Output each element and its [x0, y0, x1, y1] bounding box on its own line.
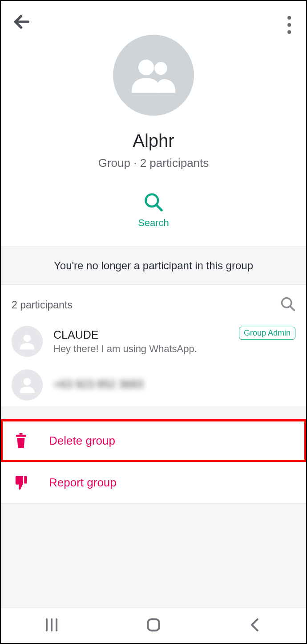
thumbs-down-icon [14, 475, 28, 490]
group-avatar[interactable] [113, 35, 194, 116]
participants-count: 2 participants [12, 299, 73, 311]
group-subtitle: Group · 2 participants [98, 156, 209, 170]
recents-button[interactable] [30, 612, 73, 640]
empty-area [1, 504, 306, 608]
person-icon [17, 332, 37, 351]
svg-rect-8 [16, 435, 26, 437]
svg-point-0 [138, 60, 154, 75]
participation-notice: You're no longer a participant in this g… [1, 247, 306, 284]
recents-icon [43, 616, 60, 633]
system-navbar [1, 608, 306, 643]
svg-point-1 [154, 62, 167, 75]
dots-vertical-icon [287, 16, 291, 20]
home-icon [145, 616, 162, 633]
arrow-left-icon [13, 13, 30, 30]
participant-status: Hey there! I am using WhatsApp. [53, 343, 228, 355]
svg-point-7 [24, 378, 31, 385]
delete-group-button[interactable]: Delete group [1, 420, 306, 462]
search-icon [280, 296, 295, 312]
chevron-left-icon [247, 616, 264, 633]
svg-rect-14 [148, 619, 159, 630]
search-icon [144, 192, 163, 212]
admin-badge: Group Admin [239, 327, 295, 340]
search-label: Search [138, 217, 169, 229]
svg-rect-9 [19, 433, 22, 435]
group-icon [129, 56, 178, 95]
svg-point-6 [24, 334, 31, 342]
action-label: Report group [49, 476, 117, 490]
avatar [12, 326, 43, 357]
action-label: Delete group [49, 434, 115, 448]
group-title: Alphr [133, 131, 174, 151]
nav-back-button[interactable] [234, 612, 277, 640]
participant-name: +63 923 852 3683 [53, 378, 295, 391]
svg-line-3 [156, 205, 162, 210]
trash-icon [14, 433, 28, 448]
search-participants-button[interactable] [280, 296, 295, 313]
svg-rect-10 [24, 476, 27, 483]
participant-row[interactable]: CLAUDE Hey there! I am using WhatsApp. G… [1, 320, 306, 363]
svg-line-5 [290, 306, 294, 310]
section-divider [1, 407, 306, 419]
back-button[interactable] [13, 13, 30, 32]
more-menu-button[interactable] [285, 13, 294, 36]
person-icon [17, 375, 37, 395]
participant-name: CLAUDE [53, 328, 228, 341]
home-button[interactable] [132, 612, 175, 640]
participant-row[interactable]: +63 923 852 3683 [1, 363, 306, 407]
report-group-button[interactable]: Report group [1, 462, 306, 503]
avatar [12, 369, 43, 401]
search-action[interactable]: Search [138, 192, 169, 229]
